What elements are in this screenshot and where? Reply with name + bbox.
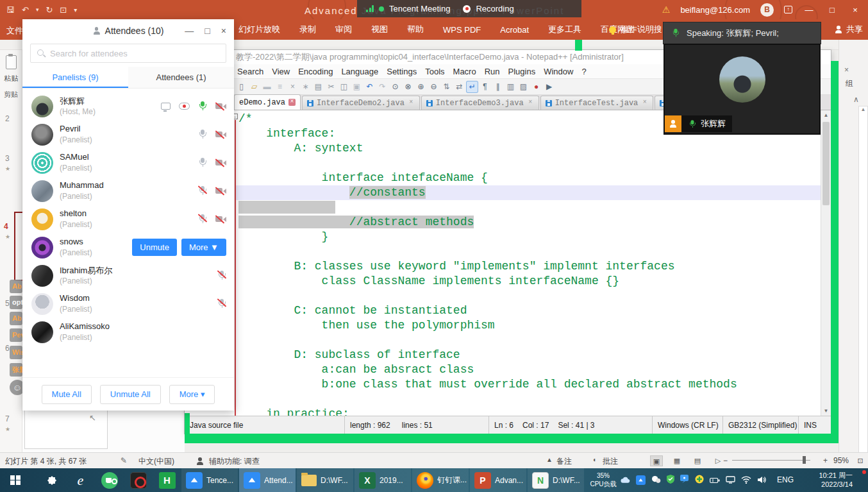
- zoom-level[interactable]: 95%: [833, 456, 849, 465]
- editor-scrollbar[interactable]: ▲ ▼: [821, 110, 831, 416]
- copy-icon[interactable]: ◫: [338, 81, 349, 92]
- ribbon-tab-4[interactable]: 帮助: [407, 24, 424, 35]
- menu-window[interactable]: Window: [544, 67, 573, 76]
- file-tab-1[interactable]: InterfaceDemo2.java×: [302, 96, 420, 110]
- status-encoding[interactable]: GB2312 (Simplified): [723, 416, 799, 434]
- ribbon-tab-1[interactable]: 录制: [299, 24, 316, 35]
- show-all-chars-icon[interactable]: ¶: [480, 81, 490, 92]
- menu-encoding[interactable]: Encoding: [298, 67, 333, 76]
- tab-attendees[interactable]: Attendees (1): [128, 67, 234, 88]
- panelist-row-4[interactable]: shelton(Panelist): [22, 205, 234, 233]
- panelist-row-2[interactable]: SAMuel(Panelist): [22, 149, 234, 177]
- slide-thumbnail-4[interactable]: 4: [4, 222, 8, 231]
- menu-help[interactable]: ?: [581, 67, 586, 76]
- ribbon-tab-file[interactable]: 文件: [6, 25, 23, 37]
- search-input[interactable]: Search for attendees: [30, 44, 226, 63]
- minimize-icon[interactable]: —: [185, 26, 194, 36]
- slideshow-icon[interactable]: ▷: [712, 455, 724, 466]
- row-more-button[interactable]: More ▼: [181, 239, 226, 256]
- file-tab-3[interactable]: InterfaceTest.java×: [540, 96, 654, 110]
- chat-icon[interactable]: [680, 475, 689, 486]
- unmute-button[interactable]: Unmute: [132, 239, 177, 256]
- code-editor[interactable]: - /* interface: A: syntext interface int…: [185, 110, 821, 416]
- toast-notification-4[interactable]: Wis: [10, 346, 22, 359]
- taskbar-app-4[interactable]: 钉钉课...: [412, 468, 469, 492]
- print-icon[interactable]: ▤: [313, 81, 324, 92]
- menu-language[interactable]: Language: [341, 67, 378, 76]
- toast-notification-1[interactable]: opt: [10, 296, 22, 309]
- current-slide-outline[interactable]: [14, 212, 22, 281]
- scrollbar-thumb[interactable]: [822, 122, 830, 205]
- chevron-up-icon[interactable]: ∧: [853, 95, 859, 104]
- meeting-recording-pill[interactable]: Tencent Meeting Recording: [357, 0, 581, 17]
- start-button[interactable]: [0, 468, 31, 492]
- zoom-in-icon[interactable]: +: [823, 456, 828, 465]
- function-list-icon[interactable]: ▥: [505, 81, 516, 92]
- ribbon-tab-3[interactable]: 视图: [371, 24, 388, 35]
- tab-close-icon[interactable]: ×: [408, 99, 415, 106]
- panelist-row-8[interactable]: AliKamissoko(Panelist): [22, 318, 234, 346]
- menu-search[interactable]: Search: [237, 67, 263, 76]
- menu-view[interactable]: View: [272, 67, 290, 76]
- taskbar-app-1[interactable]: Attend...: [239, 468, 296, 492]
- taskbar-recorder-app[interactable]: [124, 468, 153, 492]
- ribbon-display-icon[interactable]: ↑: [784, 6, 792, 13]
- menu-run[interactable]: Run: [485, 67, 500, 76]
- taskbar-app-5[interactable]: PAdvan...: [470, 468, 526, 492]
- collapse-arrow-icon[interactable]: ↖: [89, 413, 96, 423]
- undo-icon[interactable]: ↶: [364, 81, 375, 92]
- monitor-icon[interactable]: [726, 475, 735, 486]
- maximize-icon[interactable]: □: [204, 26, 210, 36]
- close-icon[interactable]: ×: [287, 81, 298, 92]
- unmute-all-button[interactable]: Unmute All: [100, 385, 161, 404]
- slide-thumbnail-7[interactable]: 7: [5, 414, 10, 423]
- minimize-button[interactable]: —: [803, 5, 815, 15]
- panelist-row-5[interactable]: snows(Panelist)UnmuteMore ▼: [22, 233, 234, 262]
- find-icon[interactable]: ⊙: [390, 81, 401, 92]
- close-icon[interactable]: ×: [221, 26, 226, 36]
- tab-close-icon[interactable]: ×: [288, 99, 296, 106]
- menu-plugins[interactable]: Plugins: [508, 67, 536, 76]
- redo-icon[interactable]: ↷: [377, 81, 388, 92]
- menu-tools[interactable]: Tools: [425, 67, 444, 76]
- taskbar-pinwheel-app[interactable]: [37, 468, 66, 492]
- file-tab-0[interactable]: eDemo.java×: [234, 94, 301, 110]
- share-button[interactable]: 共享: [835, 22, 863, 37]
- status-ins-mode[interactable]: INS: [799, 416, 822, 434]
- redo-icon[interactable]: ↻: [46, 5, 53, 15]
- toast-notification-3[interactable]: Pev: [10, 328, 22, 342]
- start-slideshow-icon[interactable]: ⊡: [60, 5, 67, 15]
- pen-icon[interactable]: ✎: [121, 456, 127, 465]
- accessibility-status[interactable]: 辅助功能: 调查: [209, 456, 260, 467]
- taskbar-app-2[interactable]: D:\WF...: [297, 468, 353, 492]
- undo-icon[interactable]: ↶: [22, 5, 29, 15]
- slide-thumbnail-5[interactable]: 5: [5, 299, 10, 308]
- ribbon-tab-5[interactable]: WPS PDF: [443, 25, 481, 35]
- wps-scrollbar[interactable]: ▲: [858, 106, 868, 465]
- pane-close-icon[interactable]: ×: [844, 65, 849, 74]
- slide-sorter-icon[interactable]: ▦: [671, 455, 683, 466]
- scroll-up-icon[interactable]: ▲: [821, 112, 831, 118]
- tab-panelists[interactable]: Panelists (9): [22, 67, 128, 88]
- panelist-row-0[interactable]: 张辉辉(Host, Me): [22, 92, 234, 121]
- panelist-row-6[interactable]: Ibrahim易布尔(Panelist): [22, 262, 234, 290]
- save-icon[interactable]: ▬: [262, 81, 272, 92]
- toast-notification-2[interactable]: Ab: [10, 312, 22, 325]
- toast-notification-5[interactable]: 张辉: [10, 363, 22, 377]
- slide-thumbnail-2[interactable]: 2: [5, 114, 10, 123]
- save-all-icon[interactable]: ≡: [274, 81, 285, 92]
- cloud-icon[interactable]: [621, 475, 630, 486]
- wechat-icon[interactable]: [651, 475, 661, 486]
- shield-icon[interactable]: [667, 475, 674, 486]
- play-macro-icon[interactable]: ▶: [544, 81, 555, 92]
- open-folder-icon[interactable]: ▱: [249, 81, 260, 92]
- record-macro-icon[interactable]: ●: [531, 81, 542, 92]
- zoom-slider-thumb[interactable]: [803, 456, 806, 464]
- menu-settings[interactable]: Settings: [387, 67, 417, 76]
- zoom-out-icon[interactable]: −: [723, 456, 728, 465]
- undo-dropdown-icon[interactable]: ▾: [36, 6, 39, 13]
- taskbar-h-app[interactable]: H: [153, 468, 181, 492]
- notes-button[interactable]: 备注: [556, 456, 572, 467]
- tab-close-icon[interactable]: ×: [641, 99, 648, 106]
- replace-icon[interactable]: ⊗: [403, 81, 413, 92]
